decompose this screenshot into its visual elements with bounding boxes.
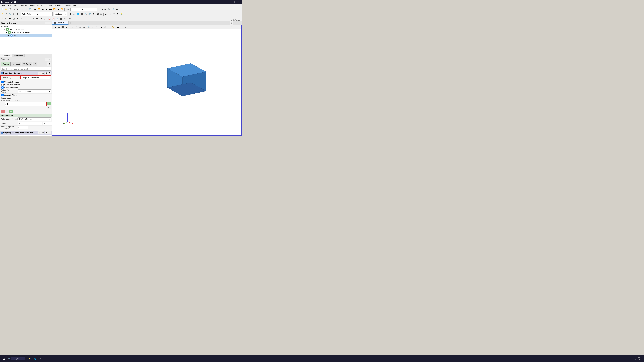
vp-back-button[interactable]: ◀	[53, 25, 57, 29]
iso-value-input[interactable]	[5, 102, 46, 106]
play-next-button[interactable]: ⏩	[52, 7, 56, 11]
add-layout-tab[interactable]: +	[68, 21, 72, 25]
vp-anno3[interactable]: ?	[107, 25, 111, 29]
pipeline-item-sph[interactable]: 👁 ■ SPHVolumeInterpolator1	[0, 31, 52, 34]
display-btn1[interactable]: ⊕	[38, 131, 41, 134]
apply-button[interactable]: ✔ Apply	[1, 62, 10, 66]
camera-button[interactable]: 📷	[115, 7, 119, 11]
division1-input[interactable]	[18, 122, 42, 125]
division2-input[interactable]	[43, 122, 52, 125]
tb2-zoom[interactable]: 🔍	[84, 12, 88, 16]
filt-btn7[interactable]: ∿	[24, 17, 27, 21]
filt-btn4[interactable]: ◫	[12, 17, 16, 21]
compute-scalars-checkbox[interactable]	[1, 86, 4, 89]
maximize-button[interactable]: □	[233, 1, 236, 3]
tb2-btn1[interactable]: ⚡	[0, 12, 4, 16]
tb2-axes[interactable]: ⟲	[92, 12, 95, 16]
redo-button[interactable]: ↪	[24, 7, 28, 11]
refresh-button[interactable]: 🔄	[28, 7, 32, 11]
vp-delete[interactable]: 🗑	[124, 25, 127, 29]
filt-btn9[interactable]: ⊳	[31, 17, 35, 21]
properties-minus[interactable]: −	[45, 58, 48, 61]
filt-btn5[interactable]: ⊠	[16, 17, 20, 21]
vp-interact4[interactable]: ⊙	[82, 25, 86, 29]
open-button[interactable]: 📂	[4, 7, 8, 11]
section-btn1[interactable]: ⊕	[38, 71, 41, 75]
display-btn4[interactable]: ☰	[48, 131, 51, 134]
filt-btn6[interactable]: ≋	[20, 17, 23, 21]
iso-delete-button[interactable]: ✕	[1, 110, 5, 113]
section-btn4[interactable]: ☰	[48, 71, 51, 75]
point-merge-dropdown[interactable]: Uniform Binning	[18, 117, 51, 121]
filt-script[interactable]: ✎	[63, 17, 67, 21]
iso-add-button[interactable]: +	[47, 102, 51, 105]
filt-chart3[interactable]: 📉	[55, 17, 59, 21]
tb2-link[interactable]: 🔗	[88, 12, 92, 16]
iso-range-button[interactable]: ≡	[47, 106, 51, 109]
layout-tab-1[interactable]: ⬛ Layout #1 ×	[52, 21, 68, 25]
tb2-rotate90m[interactable]: -90	[99, 12, 103, 16]
tb2-orient[interactable]: ⊙	[108, 12, 112, 16]
vp-layout2[interactable]: ⊞	[230, 25, 234, 28]
menu-view[interactable]: View	[12, 4, 19, 6]
display-btn3[interactable]: ↺	[45, 131, 48, 134]
pipeline-item-fluid[interactable]: 👁 ■ Part_Fluid_0000.vts*	[0, 28, 52, 31]
tb2-reset2[interactable]: ↺	[112, 12, 116, 16]
save-as-button[interactable]: 🖫	[12, 7, 16, 11]
time-dropdown[interactable]: 0	[70, 7, 84, 11]
tb2-btn4[interactable]: ⊕	[12, 12, 16, 16]
filt-chart4[interactable]: ⬛	[59, 17, 63, 21]
time-input[interactable]	[84, 7, 98, 11]
menu-edit[interactable]: Edit	[6, 4, 12, 6]
menu-filters[interactable]: Filters	[28, 4, 36, 6]
settings-button[interactable]: ⚙	[48, 62, 51, 66]
vp-camera-button[interactable]: 📷	[57, 25, 60, 29]
compute-gradients-checkbox[interactable]	[1, 84, 4, 86]
tb2-cube[interactable]: ⬛	[80, 12, 84, 16]
filt-btn8[interactable]: ≈	[27, 17, 31, 21]
menu-macros[interactable]: Macros	[64, 4, 72, 6]
vp-interact1[interactable]: ⊕	[70, 25, 74, 29]
iso-clear-button[interactable]: ×	[5, 110, 9, 113]
tb2-btn5[interactable]: ⊞	[16, 12, 20, 16]
vp-zoom1[interactable]: 🔍	[87, 25, 90, 29]
viewport-content[interactable]: Z Y X	[52, 29, 241, 135]
play-last-button[interactable]: ⏭	[56, 7, 60, 11]
tb2-btn2[interactable]: ↗	[4, 12, 8, 16]
coloring-dropdown[interactable]: Solid Color	[21, 12, 39, 16]
play-first-button[interactable]: ⏮	[33, 7, 37, 11]
properties-close[interactable]: ×	[48, 58, 51, 61]
filt-chart1[interactable]: 📊	[48, 17, 51, 21]
save-button[interactable]: 💾	[8, 7, 12, 11]
tb2-interact[interactable]: ⊕	[68, 12, 72, 16]
pipeline-plus[interactable]: ×	[48, 22, 51, 24]
menu-extractors[interactable]: Extractors	[36, 4, 47, 6]
vp-3d-button[interactable]: 3D	[64, 25, 69, 29]
menu-catalyst[interactable]: Catalyst	[54, 4, 64, 6]
zoom-fit-button[interactable]: 🔎	[111, 7, 115, 11]
filt-chart2[interactable]: 📈	[52, 17, 55, 21]
filt-btn3[interactable]: ⬢	[8, 17, 12, 21]
filt-btn10[interactable]: ⊕	[35, 17, 39, 21]
pipeline-item-contour[interactable]: 👁 ● Contour1	[0, 34, 52, 37]
loop-button[interactable]: 🔁	[60, 7, 64, 11]
vp-anno4[interactable]: 📏	[111, 25, 115, 29]
vp-zoom3[interactable]: ⊗	[94, 25, 98, 29]
vp-zoom2[interactable]: ⊕	[91, 25, 94, 29]
filt-macro1[interactable]: ✏	[68, 17, 72, 21]
tb2-select[interactable]: □	[72, 12, 76, 16]
menu-sources[interactable]: Sources	[19, 4, 28, 6]
menu-tools[interactable]: Tools	[47, 4, 54, 6]
num-points-input[interactable]	[18, 126, 28, 129]
output-precision-dropdown[interactable]: Same as input	[18, 89, 51, 93]
vp-interact2[interactable]: ⊞	[74, 25, 78, 29]
minimize-button[interactable]: ─	[229, 1, 232, 3]
play-back-button[interactable]: ◀	[41, 7, 44, 11]
vp-layout1[interactable]: ▤	[230, 21, 234, 25]
zoom-reset-button[interactable]: 🔍	[107, 7, 111, 11]
vp-cube-button[interactable]: ⬛	[61, 25, 64, 29]
iso-refresh-button[interactable]: ↺	[9, 110, 13, 113]
play-prev-button[interactable]: ⏪	[37, 7, 41, 11]
connect-button[interactable]: 🔌	[16, 7, 20, 11]
tab-properties[interactable]: Properties	[0, 54, 12, 57]
